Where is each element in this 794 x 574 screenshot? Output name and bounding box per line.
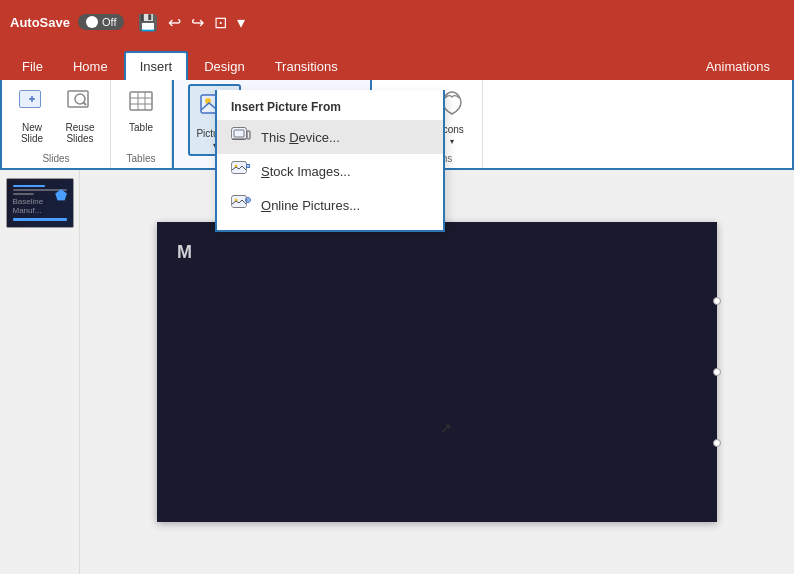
thumb-small-text: BaselineManuf... — [13, 197, 44, 215]
resize-handle-right[interactable] — [713, 368, 721, 376]
svg-rect-7 — [130, 92, 152, 110]
thumb-icon: ⬟ — [55, 187, 67, 203]
svg-line-6 — [83, 102, 86, 105]
dropdown-item-online-pictures[interactable]: Online Pictures... — [217, 188, 443, 222]
tab-animations[interactable]: Animations — [692, 53, 784, 80]
reuse-slides-button[interactable]: ReuseSlides — [58, 84, 102, 148]
online-pictures-icon — [231, 195, 251, 215]
toggle-label: Off — [102, 16, 116, 28]
toggle-circle — [86, 16, 98, 28]
title-bar: AutoSave Off 💾 ↩ ↪ ⊡ ▾ — [0, 0, 794, 44]
reuse-slides-label: ReuseSlides — [66, 122, 95, 144]
resize-handle-top-right[interactable] — [713, 297, 721, 305]
stock-images-icon — [231, 161, 251, 181]
table-icon — [127, 88, 155, 120]
this-device-label: This Device... — [261, 130, 340, 145]
ribbon-group-slides: NewSlide ReuseSlides Slides — [2, 80, 111, 168]
table-label: Table — [129, 122, 153, 133]
ribbon-group-tables: Table Tables — [111, 80, 172, 168]
customize-qat-icon[interactable]: ⊡ — [214, 13, 227, 32]
online-pictures-label: Online Pictures... — [261, 198, 360, 213]
tables-group-label: Tables — [127, 153, 156, 166]
cursor-icon: ↗ — [440, 420, 452, 436]
tab-design[interactable]: Design — [190, 53, 258, 80]
autosave-toggle[interactable]: Off — [78, 14, 124, 30]
resize-handle-bottom-right[interactable] — [713, 439, 721, 447]
reuse-slides-icon — [66, 88, 94, 120]
save-icon[interactable]: 💾 — [138, 13, 158, 32]
undo-icon[interactable]: ↩ — [168, 13, 181, 32]
slide-thumbnail-content: ⬟ BaselineManuf... — [7, 179, 73, 227]
thumb-line — [13, 193, 35, 195]
this-device-icon — [231, 127, 251, 147]
stock-images-label: Stock Images... — [261, 164, 351, 179]
titlebar-icons: 💾 ↩ ↪ ⊡ ▾ — [138, 13, 245, 32]
list-item[interactable]: 8 ⬟ BaselineManuf... — [6, 178, 74, 228]
dropdown-title: Insert Picture From — [217, 90, 443, 120]
slide-canvas[interactable]: M — [157, 222, 717, 522]
ribbon-tabs: File Home Insert Design Transitions Anim… — [0, 44, 794, 80]
autosave-label: AutoSave — [10, 15, 70, 30]
tab-file[interactable]: File — [8, 53, 57, 80]
new-slide-button[interactable]: NewSlide — [10, 84, 54, 148]
table-button[interactable]: Table — [119, 84, 163, 137]
redo-icon[interactable]: ↪ — [191, 13, 204, 32]
dropdown-item-stock-images[interactable]: Stock Images... — [217, 154, 443, 188]
dropdown-more-icon[interactable]: ▾ — [237, 13, 245, 32]
svg-rect-34 — [247, 131, 250, 139]
dropdown-item-this-device[interactable]: This Device... — [217, 120, 443, 154]
slides-group-label: Slides — [42, 153, 69, 166]
thumb-line — [13, 185, 45, 187]
insert-picture-dropdown: Insert Picture From This Device... — [215, 90, 445, 232]
tab-home[interactable]: Home — [59, 53, 122, 80]
new-slide-label: NewSlide — [21, 122, 43, 144]
tab-insert[interactable]: Insert — [124, 51, 189, 80]
slide-thumbnails: 8 ⬟ BaselineManuf... — [0, 170, 80, 574]
thumb-bar — [13, 218, 67, 221]
tables-group-items: Table — [119, 84, 163, 153]
tab-transitions[interactable]: Transitions — [261, 53, 352, 80]
slides-group-items: NewSlide ReuseSlides — [10, 84, 102, 153]
new-slide-icon — [18, 88, 46, 120]
